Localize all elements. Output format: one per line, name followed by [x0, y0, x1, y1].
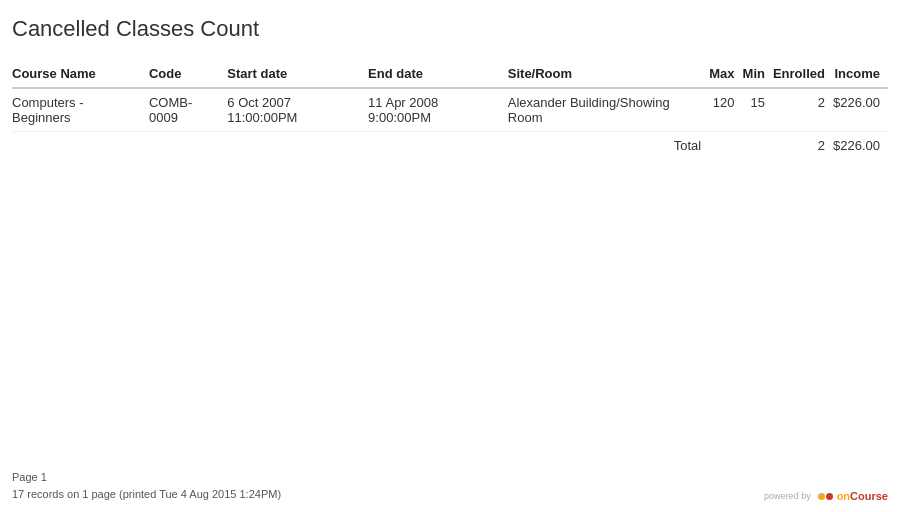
- data-table: Course Name Code Start date End date Sit…: [12, 60, 888, 159]
- cell-course-name: Computers - Beginners: [12, 88, 149, 132]
- cell-end-date: 11 Apr 2008 9:00:00PM: [368, 88, 508, 132]
- footer-right: powered by onCourse: [764, 490, 888, 502]
- col-course-name: Course Name: [12, 60, 149, 88]
- cell-enrolled: 2: [773, 88, 833, 132]
- col-code: Code: [149, 60, 227, 88]
- page-container: Cancelled Classes Count Course Name Code…: [0, 0, 900, 512]
- total-min: [743, 132, 773, 160]
- col-max: Max: [709, 60, 742, 88]
- col-end-date: End date: [368, 60, 508, 88]
- cell-max: 120: [709, 88, 742, 132]
- cell-code: COMB-0009: [149, 88, 227, 132]
- logo-dot-orange: [818, 493, 825, 500]
- page-number: Page 1: [12, 469, 281, 486]
- col-income: Income: [833, 60, 888, 88]
- total-enrolled: 2: [773, 132, 833, 160]
- cell-income: $226.00: [833, 88, 888, 132]
- brand-name: onCourse: [837, 490, 888, 502]
- cell-start-date: 6 Oct 2007 11:00:00PM: [227, 88, 368, 132]
- cell-site-room: Alexander Building/Showing Room: [508, 88, 709, 132]
- total-income: $226.00: [833, 132, 888, 160]
- total-max: [709, 132, 742, 160]
- total-row: Total 2 $226.00: [12, 132, 888, 160]
- total-label: Total: [12, 132, 709, 160]
- table-row: Computers - Beginners COMB-0009 6 Oct 20…: [12, 88, 888, 132]
- logo-dot-red: [826, 493, 833, 500]
- powered-by-text: powered by: [764, 491, 811, 501]
- col-start-date: Start date: [227, 60, 368, 88]
- table-body: Computers - Beginners COMB-0009 6 Oct 20…: [12, 88, 888, 159]
- records-info: 17 records on 1 page (printed Tue 4 Aug …: [12, 486, 281, 503]
- cell-min: 15: [743, 88, 773, 132]
- col-min: Min: [743, 60, 773, 88]
- col-enrolled: Enrolled: [773, 60, 833, 88]
- table-header: Course Name Code Start date End date Sit…: [12, 60, 888, 88]
- header-row: Course Name Code Start date End date Sit…: [12, 60, 888, 88]
- brand-logo-icon: [818, 493, 833, 500]
- footer-left: Page 1 17 records on 1 page (printed Tue…: [12, 469, 281, 502]
- col-site-room: Site/Room: [508, 60, 709, 88]
- page-title: Cancelled Classes Count: [12, 16, 888, 42]
- footer: Page 1 17 records on 1 page (printed Tue…: [12, 469, 888, 502]
